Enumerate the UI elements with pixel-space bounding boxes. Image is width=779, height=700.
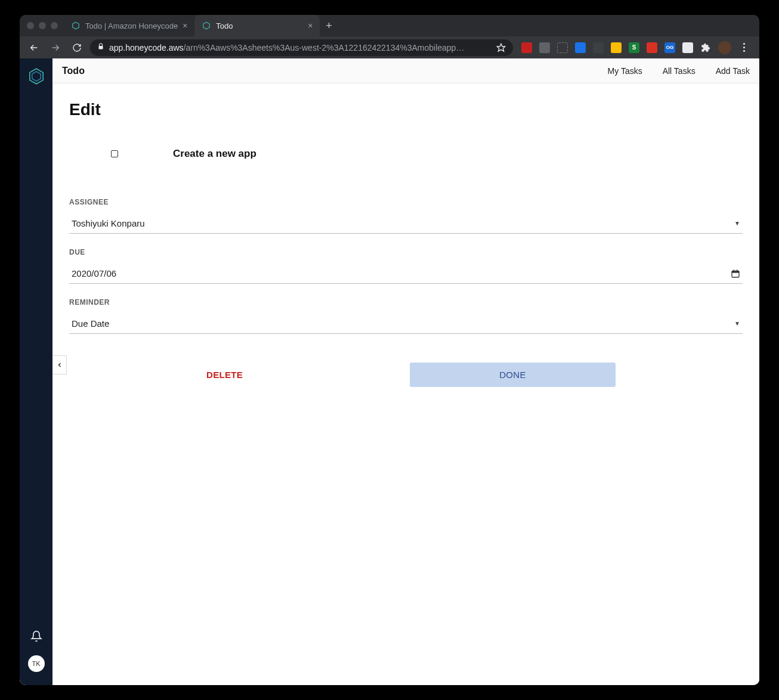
tab-strip: Todo | Amazon Honeycode × Todo × +	[64, 15, 338, 36]
back-button[interactable]	[26, 39, 42, 56]
new-tab-button[interactable]: +	[320, 20, 338, 32]
extension-icon[interactable]	[593, 42, 604, 53]
page-title: Edit	[69, 100, 743, 119]
tab-title: Todo	[216, 21, 233, 30]
delete-button[interactable]: DELETE	[194, 363, 255, 387]
address-bar[interactable]: app.honeycode.aws/arn%3Aaws%3Asheets%3Au…	[90, 39, 513, 56]
app-title: Todo	[62, 66, 85, 76]
extension-icon[interactable]	[539, 42, 550, 53]
reminder-label: REMINDER	[69, 298, 743, 306]
traffic-zoom[interactable]	[51, 22, 58, 29]
traffic-lights	[27, 22, 58, 29]
svg-rect-6	[732, 271, 739, 272]
nav-add-task[interactable]: Add Task	[716, 66, 750, 76]
chevron-down-icon: ▼	[734, 220, 740, 227]
action-buttons: DELETE DONE	[69, 363, 743, 387]
svg-marker-4	[32, 72, 40, 81]
calendar-icon	[731, 269, 740, 278]
done-button[interactable]: DONE	[410, 363, 616, 387]
user-initials: TK	[32, 660, 40, 667]
svg-marker-2	[497, 44, 505, 51]
reminder-value: Due Date	[72, 318, 109, 329]
extension-icon[interactable]: OG	[664, 42, 675, 53]
due-label: DUE	[69, 248, 743, 256]
app-header: Todo My Tasks All Tasks Add Task	[52, 58, 759, 83]
extension-icons: S OG	[518, 41, 753, 54]
extension-icon[interactable]	[575, 42, 586, 53]
sidebar-bottom: TK	[28, 630, 45, 685]
task-checkbox[interactable]	[111, 150, 118, 157]
browser-toolbar: app.honeycode.aws/arn%3Aaws%3Asheets%3Au…	[20, 36, 759, 58]
content-area: TK Todo My Tasks All Tasks Add Task Edit	[20, 58, 759, 685]
tab-title: Todo | Amazon Honeycode	[85, 21, 178, 30]
tab-active[interactable]: Todo ×	[194, 15, 320, 36]
traffic-minimize[interactable]	[39, 22, 46, 29]
honeycode-favicon	[202, 21, 211, 30]
browser-menu-icon[interactable]	[738, 43, 750, 52]
svg-marker-1	[203, 22, 210, 29]
assignee-select[interactable]: Toshiyuki Konparu ▼	[69, 213, 743, 234]
reload-button[interactable]	[69, 39, 85, 56]
task-name: Create a new app	[173, 148, 256, 160]
titlebar: Todo | Amazon Honeycode × Todo × +	[20, 15, 759, 36]
close-icon[interactable]: ×	[308, 21, 313, 30]
extension-icon[interactable]	[682, 42, 693, 53]
extension-icon[interactable]	[647, 42, 657, 53]
assignee-label: ASSIGNEE	[69, 198, 743, 206]
tab-inactive[interactable]: Todo | Amazon Honeycode ×	[64, 15, 194, 36]
assignee-value: Toshiyuki Konparu	[72, 218, 145, 228]
edit-form: ASSIGNEE Toshiyuki Konparu ▼ DUE 2020/07…	[69, 198, 743, 334]
url-host: app.honeycode.aws	[109, 43, 184, 52]
chevron-down-icon: ▼	[734, 320, 740, 327]
notifications-bell-icon[interactable]	[30, 630, 42, 645]
url-text: app.honeycode.aws/arn%3Aaws%3Asheets%3Au…	[109, 43, 491, 52]
profile-avatar[interactable]	[718, 41, 731, 54]
extension-icon[interactable]	[557, 42, 568, 53]
app-nav: My Tasks All Tasks Add Task	[608, 66, 750, 76]
sidebar-collapse-button[interactable]	[52, 355, 67, 374]
app-sidebar: TK	[20, 58, 52, 685]
reminder-select[interactable]: Due Date ▼	[69, 314, 743, 334]
extensions-puzzle-icon[interactable]	[700, 42, 711, 53]
task-row: Create a new app	[69, 148, 743, 160]
extension-icon[interactable]	[611, 42, 622, 53]
due-value: 2020/07/06	[72, 268, 116, 278]
due-date-input[interactable]: 2020/07/06	[69, 264, 743, 284]
nav-all-tasks[interactable]: All Tasks	[663, 66, 695, 76]
main-panel: Todo My Tasks All Tasks Add Task Edit Cr…	[52, 58, 759, 685]
traffic-close[interactable]	[27, 22, 34, 29]
forward-button[interactable]	[47, 39, 64, 56]
svg-marker-0	[73, 22, 79, 29]
honeycode-favicon	[71, 21, 81, 30]
lock-icon	[97, 43, 104, 52]
close-icon[interactable]: ×	[183, 21, 187, 30]
browser-window: Todo | Amazon Honeycode × Todo × +	[20, 15, 759, 685]
extension-icon[interactable]: S	[629, 42, 639, 53]
user-avatar-badge[interactable]: TK	[28, 655, 45, 672]
bookmark-star-icon[interactable]	[496, 43, 506, 52]
url-path: /arn%3Aaws%3Asheets%3Aus-west-2%3A122162…	[184, 43, 465, 52]
honeycode-logo-icon[interactable]	[27, 67, 46, 86]
extension-icon[interactable]	[521, 42, 532, 53]
nav-my-tasks[interactable]: My Tasks	[608, 66, 642, 76]
page-body: Edit Create a new app ASSIGNEE Toshiyuki…	[52, 83, 759, 685]
